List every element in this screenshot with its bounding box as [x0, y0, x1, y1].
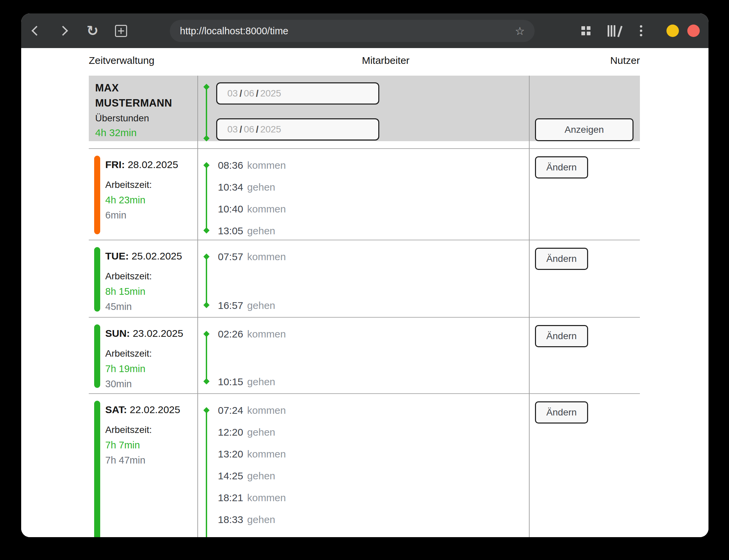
day-title: SUN: 23.02.2025 — [105, 326, 198, 341]
menu-button[interactable] — [631, 13, 651, 48]
date-separator: / — [256, 124, 259, 135]
library-button[interactable] — [603, 13, 623, 48]
entry-type: gehen — [247, 300, 275, 311]
worktime-label: Arbeitszeit: — [105, 177, 198, 193]
time-entry: 18:33gehen — [198, 509, 529, 530]
column-divider-1 — [197, 76, 198, 537]
kebab-menu-icon — [640, 25, 642, 36]
time-entry: 14:25gehen — [198, 465, 529, 487]
anzeigen-button[interactable]: Anzeigen — [535, 118, 634, 141]
time-entry: 13:20kommen — [198, 443, 529, 465]
entry-time: 07:24 — [218, 405, 243, 416]
timeline-line — [206, 256, 207, 305]
worktime-label: Arbeitszeit: — [105, 269, 198, 284]
worktime-value: 4h 23min — [105, 193, 198, 208]
entry-time: 02:26 — [218, 328, 243, 340]
nav-zeitverwaltung[interactable]: Zeitverwaltung — [89, 55, 154, 66]
time-entry: 12:20gehen — [198, 421, 529, 443]
entry-type: gehen — [247, 182, 275, 193]
employee-name-line1: MAX — [95, 80, 198, 95]
bookmark-star-icon[interactable] — [513, 25, 527, 38]
entry-type: kommen — [247, 160, 286, 171]
date-part: 06 — [244, 124, 254, 135]
summary-row: MAX MUSTERMANN Überstunden 4h 32min 03/0… — [89, 76, 640, 141]
date-separator: / — [239, 88, 242, 99]
entry-type: kommen — [247, 536, 286, 537]
day-date: 25.02.2025 — [131, 250, 182, 262]
worktime-label: Arbeitszeit: — [105, 422, 198, 438]
entry-type: kommen — [247, 492, 286, 504]
day-weekday: SAT: — [105, 404, 127, 415]
forward-button[interactable] — [54, 13, 74, 48]
day-date: 23.02.2025 — [133, 328, 183, 339]
day-status-bar — [94, 401, 100, 537]
entry-time: 08:36 — [218, 160, 243, 171]
day-title: TUE: 25.02.2025 — [105, 248, 198, 264]
pause-value: 45min — [105, 299, 198, 314]
time-entry: 08:36kommen — [198, 154, 529, 176]
time-entry: 07:24kommen — [198, 399, 529, 421]
entry-type: kommen — [247, 405, 286, 416]
time-table: MAX MUSTERMANN Überstunden 4h 32min 03/0… — [89, 76, 640, 537]
time-entry: 10:15gehen — [198, 371, 529, 393]
entry-type: gehen — [247, 427, 275, 438]
date-part: 03 — [227, 88, 238, 99]
entry-time: 21:24 — [218, 536, 243, 537]
aendern-button[interactable]: Ändern — [535, 401, 588, 424]
day-weekday: FRI: — [105, 159, 125, 170]
tab-overview-button[interactable] — [576, 13, 596, 48]
time-entries: 07:24kommen12:20gehen13:20kommen14:25geh… — [198, 394, 529, 537]
nav-mitarbeiter[interactable]: Mitarbeiter — [362, 55, 410, 66]
entry-time: 18:33 — [218, 514, 243, 525]
entry-type: gehen — [247, 514, 275, 525]
day-date: 28.02.2025 — [128, 159, 178, 170]
back-icon — [31, 26, 41, 36]
worktime-value: 7h 7min — [105, 438, 198, 453]
grid-icon — [581, 26, 590, 35]
time-entries: 02:26kommen10:15gehen — [198, 318, 529, 393]
time-entry: 07:57kommen — [198, 246, 529, 268]
aendern-button[interactable]: Ändern — [535, 325, 588, 347]
entry-time: 13:20 — [218, 448, 243, 460]
entry-time: 10:15 — [218, 376, 243, 388]
pause-value: 30min — [105, 376, 198, 392]
aendern-button[interactable]: Ändern — [535, 156, 588, 178]
worktime-value: 8h 15min — [105, 284, 198, 299]
overtime-label: Überstunden — [95, 111, 198, 125]
day-title: SAT: 22.02.2025 — [105, 402, 198, 417]
entry-type: kommen — [247, 448, 286, 460]
entry-type: kommen — [247, 203, 286, 215]
worktime-label: Arbeitszeit: — [105, 346, 198, 361]
reload-button[interactable] — [82, 13, 103, 48]
new-tab-button[interactable] — [111, 13, 131, 48]
entry-time: 07:57 — [218, 251, 243, 263]
date-to-input[interactable]: 03/06/2025 — [216, 118, 379, 141]
date-range-connector — [206, 87, 207, 138]
timeline-line — [206, 410, 207, 537]
browser-window: http://localhost:8000/time Zeitverwaltun… — [21, 13, 708, 537]
pause-value: 7h 47min — [105, 453, 198, 468]
employee-name-line2: MUSTERMANN — [95, 95, 198, 111]
time-entry: 18:21kommen — [198, 487, 529, 509]
time-entry: 10:40kommen — [198, 198, 529, 220]
minimize-window-button[interactable] — [666, 25, 679, 37]
time-entry: 16:57gehen — [198, 294, 529, 316]
back-button[interactable] — [25, 13, 45, 48]
library-icon — [608, 25, 619, 37]
close-window-button[interactable] — [687, 25, 700, 37]
day-status-bar — [94, 324, 100, 388]
entry-time: 18:21 — [218, 492, 243, 504]
timeline-line — [206, 165, 207, 231]
date-separator: / — [239, 124, 242, 135]
entry-type: gehen — [247, 470, 275, 482]
url-bar[interactable]: http://localhost:8000/time — [170, 20, 535, 42]
worktime-value: 7h 19min — [105, 361, 198, 376]
date-part: 06 — [244, 88, 254, 99]
aendern-button[interactable]: Ändern — [535, 248, 588, 270]
day-status-bar — [94, 247, 100, 312]
day-row: SUN: 23.02.2025 Arbeitszeit: 7h 19min 30… — [89, 317, 640, 393]
nav-nutzer[interactable]: Nutzer — [610, 55, 640, 66]
date-from-input[interactable]: 03/06/2025 — [216, 82, 379, 105]
date-separator: / — [256, 88, 259, 99]
entry-time: 12:20 — [218, 427, 243, 438]
